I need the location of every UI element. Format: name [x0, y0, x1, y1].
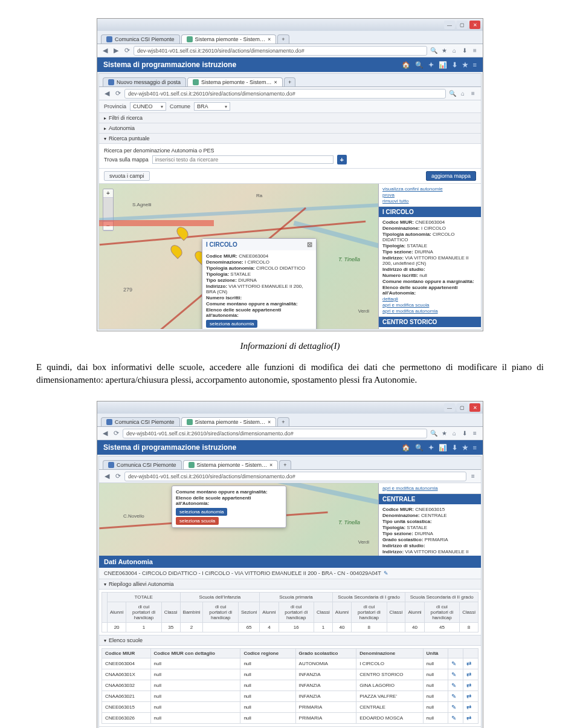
inner-tab-2[interactable]: Sistema piemonte - Sistem… × — [187, 77, 283, 86]
search-icon[interactable]: 🔍 — [448, 89, 457, 98]
search-icon[interactable]: 🔍 — [430, 429, 438, 438]
link-confini[interactable]: visualizza confini autonomie — [382, 186, 477, 192]
move-icon[interactable]: ⇄ — [463, 680, 478, 691]
edit-icon[interactable]: ✎ — [448, 702, 463, 713]
reload-icon[interactable]: ⟳ — [112, 429, 120, 438]
menu-icon[interactable]: ≡ — [469, 472, 477, 481]
window-close-icon[interactable]: ✕ — [469, 21, 480, 29]
add-button[interactable]: + — [337, 155, 347, 164]
back-icon[interactable]: ◀ — [103, 472, 111, 481]
link-rimuovi[interactable]: rimuovi tutto — [382, 198, 477, 204]
icon[interactable]: ✦ — [428, 444, 434, 452]
move-icon[interactable]: ⇄ — [463, 691, 478, 702]
provincia-select[interactable]: CUNEO▾ — [130, 102, 166, 111]
icon[interactable]: 🔍 — [415, 444, 424, 452]
home-icon[interactable]: ⌂ — [459, 89, 467, 98]
inner-url-input[interactable]: dev-wjsb401-v01.self.csi.it:26010/sired/… — [124, 472, 466, 481]
inner-tab-new[interactable]: + — [284, 77, 295, 86]
icon[interactable]: 🏠 — [402, 61, 410, 69]
tab-close-icon[interactable]: × — [268, 419, 271, 425]
filtri-header[interactable]: ▸Filtri di ricerca — [99, 113, 481, 123]
bookmark-icon[interactable]: ★ — [440, 429, 448, 438]
reload-icon[interactable]: ⟳ — [123, 47, 131, 55]
tab-close-icon[interactable]: × — [274, 79, 277, 85]
inner-tab-new[interactable]: + — [279, 460, 291, 469]
tab-close-icon[interactable]: × — [269, 462, 272, 468]
icon[interactable]: ⬇ — [452, 444, 457, 452]
back-icon[interactable]: ◀ — [101, 429, 109, 438]
icon[interactable]: ≡ — [473, 61, 477, 69]
seleziona-autonomia-button[interactable]: seleziona autonomia — [206, 320, 257, 328]
move-icon[interactable]: ⇄ — [463, 702, 478, 713]
window-max-icon[interactable]: ▢ — [457, 403, 468, 412]
search-input[interactable] — [152, 155, 334, 164]
search-icon[interactable]: 🔍 — [430, 47, 438, 55]
move-icon[interactable]: ⇄ — [463, 713, 478, 724]
edit-icon[interactable]: ✎ — [384, 570, 388, 576]
forward-icon[interactable]: ▶ — [112, 47, 120, 55]
home-icon[interactable]: ⌂ — [450, 429, 459, 438]
bookmark-icon[interactable]: ★ — [440, 47, 448, 55]
reload-icon[interactable]: ⟳ — [114, 472, 122, 481]
menu-icon[interactable]: ≡ — [471, 429, 479, 438]
link-prova[interactable]: prova — [382, 192, 477, 198]
map-marker-icon[interactable] — [169, 243, 185, 259]
tab-1[interactable]: Comunica CSI Piemonte — [101, 34, 180, 44]
inner-tab-1[interactable]: Comunica CSI Piemonte — [103, 460, 182, 469]
back-icon[interactable]: ◀ — [103, 89, 111, 98]
menu-icon[interactable]: ≡ — [469, 89, 477, 98]
inner-url-input[interactable]: dev-wjsb401-v01.self.csi.it:26010/sired/… — [124, 89, 446, 99]
close-icon[interactable]: ⊠ — [307, 241, 312, 249]
edit-icon[interactable]: ✎ — [448, 713, 463, 724]
seleziona-autonomia-button[interactable]: seleziona autonomia — [176, 508, 227, 516]
aggiorna-button[interactable]: aggiorna mappa — [426, 171, 476, 181]
icon[interactable]: ⬇ — [452, 61, 457, 69]
window-close-icon[interactable]: ✕ — [469, 403, 480, 412]
icon[interactable]: ≡ — [473, 444, 477, 452]
edit-icon[interactable]: ✎ — [448, 658, 463, 669]
link-dettagli[interactable]: dettagli — [382, 296, 477, 302]
icon[interactable]: 🔍 — [415, 61, 424, 69]
icon[interactable]: ★ — [462, 444, 468, 452]
elenco-header[interactable]: ▾Elenco scuole — [99, 635, 481, 646]
tab-2[interactable]: Sistema piemonte - Sistem… × — [181, 417, 277, 426]
map[interactable]: + − 279 S.Agnelli Ra T. Tinella Verdi — [99, 184, 481, 329]
tab-1[interactable]: Comunica CSI Piemonte — [101, 417, 180, 426]
url-input[interactable]: dev-wjsb401-v01.self.csi.it:26010/sired/… — [123, 429, 427, 438]
link-modifica-autonomia[interactable]: apri e modifica autonomia — [382, 308, 477, 314]
svuota-button[interactable]: svuota i campi — [104, 171, 150, 181]
edit-icon[interactable]: ✎ — [448, 680, 463, 691]
tab-new[interactable]: + — [277, 34, 289, 44]
inner-tab-2[interactable]: Sistema piemonte - Sistem… × — [183, 460, 279, 469]
map[interactable]: T. Tinella Verdi C.Novello Comune montan… — [99, 483, 481, 556]
back-icon[interactable]: ◀ — [101, 47, 109, 55]
home-icon[interactable]: ⌂ — [450, 47, 459, 55]
ricerca-header[interactable]: ▾Ricerca puntuale — [99, 134, 481, 144]
edit-icon[interactable]: ✎ — [448, 669, 463, 680]
icon[interactable]: 📊 — [439, 444, 447, 452]
inner-tab-1[interactable]: Nuovo messaggio di posta — [103, 77, 186, 86]
download-icon[interactable]: ⬇ — [460, 429, 469, 438]
window-min-icon[interactable]: — — [444, 403, 455, 412]
download-icon[interactable]: ⬇ — [460, 47, 469, 55]
tab-2[interactable]: Sistema piemonte - Sistem… × — [181, 34, 277, 44]
tab-close-icon[interactable]: × — [268, 36, 271, 42]
icon[interactable]: ★ — [462, 61, 468, 69]
move-icon[interactable]: ⇄ — [463, 669, 478, 680]
zoom-in-icon[interactable]: + — [103, 189, 113, 198]
link-modifica-autonomia[interactable]: apri e modifica autonomia — [382, 486, 477, 491]
window-min-icon[interactable]: — — [444, 21, 455, 29]
move-icon[interactable]: ⇄ — [463, 658, 478, 669]
reload-icon[interactable]: ⟳ — [114, 89, 122, 98]
seleziona-scuola-button[interactable]: seleziona scuola — [176, 517, 219, 525]
url-input[interactable]: dev-wjsb401-v01.self.csi.it:26010/sired/… — [134, 46, 427, 56]
link-modifica-scuola[interactable]: apri e modifica scuola — [382, 302, 477, 308]
autonomia-header[interactable]: ▸Autonomia — [99, 123, 481, 134]
menu-icon[interactable]: ≡ — [471, 47, 479, 55]
tab-new[interactable]: + — [277, 417, 289, 426]
icon[interactable]: ✦ — [428, 61, 434, 69]
riepilogo-header[interactable]: ▾Riepilogo allievi Autonomia — [99, 579, 481, 590]
edit-icon[interactable]: ✎ — [448, 691, 463, 702]
window-max-icon[interactable]: ▢ — [457, 21, 468, 29]
icon[interactable]: 📊 — [439, 61, 447, 69]
